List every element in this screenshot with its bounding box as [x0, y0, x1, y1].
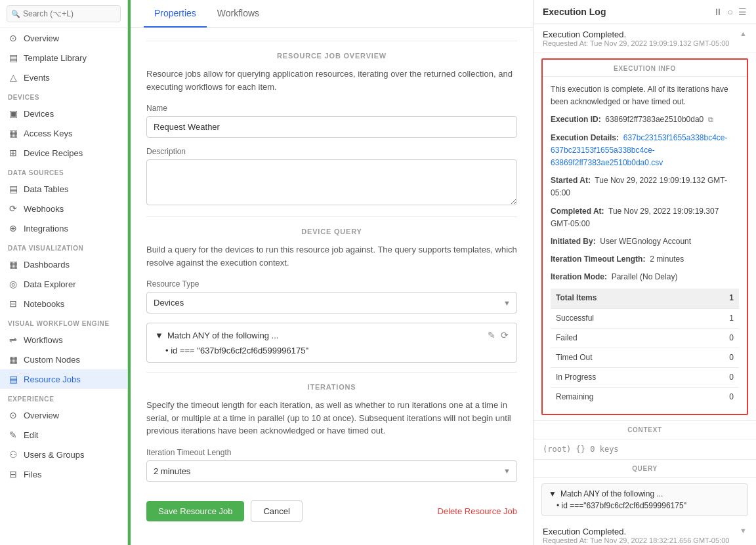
- sidebar-item-data-tables[interactable]: ▤ Data Tables: [0, 179, 127, 199]
- query-filter-title: ▼ Match ANY of the following ...: [549, 489, 741, 498]
- description-field-label: Description: [146, 147, 517, 156]
- custom-nodes-icon: ▦: [8, 354, 18, 365]
- exec-timeout-value: 2 minutes: [650, 254, 684, 264]
- stats-timedout-label: Timed Out: [551, 348, 697, 368]
- log-entry-1-meta: Requested At: Tue Nov 29, 2022 18:32:21.…: [543, 536, 729, 544]
- log-entry-1-header: Execution Completed. Requested At: Tue N…: [543, 527, 747, 544]
- sidebar-item-device-recipes[interactable]: ⊞ Device Recipes: [0, 143, 127, 163]
- name-input[interactable]: [146, 116, 517, 138]
- sidebar-item-dashboards[interactable]: ▦ Dashboards: [0, 254, 127, 274]
- name-field-label: Name: [146, 104, 517, 113]
- sidebar-item-webhooks[interactable]: ⟳ Webhooks: [0, 199, 127, 218]
- resource-type-select-wrap: Devices ▼: [146, 292, 517, 313]
- log-entry-0[interactable]: Execution Completed. Requested At: Tue N…: [534, 24, 756, 53]
- sidebar-item-files[interactable]: ⊟ Files: [0, 464, 127, 484]
- stats-remaining-label: Remaining: [551, 388, 697, 407]
- dashboards-icon: ▦: [8, 259, 18, 270]
- exec-completed-label: Completed At:: [551, 207, 604, 216]
- stats-successful-row: Successful 1: [551, 308, 739, 328]
- exec-info-content: This execution is complete. All of its i…: [543, 77, 747, 414]
- stats-inprogress-label: In Progress: [551, 368, 697, 388]
- query-filter-rule: id ==="637bf9c6cf2cf6d599996175": [549, 501, 741, 510]
- sidebar-item-data-explorer[interactable]: ◎ Data Explorer: [0, 274, 127, 294]
- delete-resource-job-button[interactable]: Delete Resource Job: [438, 506, 517, 516]
- sidebar-item-label: Dashboards: [24, 260, 70, 270]
- exec-details-label: Execution Details:: [551, 133, 619, 142]
- sidebar-item-access-keys[interactable]: ▦ Access Keys: [0, 123, 127, 143]
- device-recipes-icon: ⊞: [8, 148, 18, 158]
- stats-inprogress-value: 0: [697, 368, 739, 388]
- exec-id-label: Execution ID:: [551, 115, 601, 124]
- save-resource-job-button[interactable]: Save Resource Job: [146, 501, 244, 521]
- stats-failed-value: 0: [697, 328, 739, 348]
- exec-mode-row: Iteration Mode: Parallel (No Delay): [551, 271, 739, 283]
- sidebar-item-notebooks[interactable]: ⊟ Notebooks: [0, 294, 127, 313]
- log-entry-0-chevron: ▲: [740, 30, 747, 37]
- files-icon: ⊟: [8, 469, 18, 479]
- sidebar-item-template-library[interactable]: ▤ Template Library: [0, 48, 127, 68]
- sidebar-item-label: Integrations: [24, 224, 68, 233]
- pause-icon[interactable]: ⏸: [713, 7, 723, 17]
- stats-inprogress-row: In Progress 0: [551, 368, 739, 388]
- sidebar-item-exp-overview[interactable]: ⊙ Overview: [0, 405, 127, 425]
- iteration-timeout-select[interactable]: 2 minutes: [146, 460, 517, 482]
- template-library-icon: ▤: [8, 52, 18, 63]
- refresh-filter-icon[interactable]: ⟳: [501, 330, 509, 340]
- sidebar-item-devices[interactable]: ▣ Devices: [0, 104, 127, 123]
- exec-log-header: Execution Log ⏸ ○ ☰: [534, 0, 756, 24]
- stats-remaining-value: 0: [697, 388, 739, 407]
- sidebar-item-exp-edit[interactable]: ✎ Edit: [0, 425, 127, 445]
- sidebar-item-events[interactable]: △ Events: [0, 68, 127, 87]
- device-query-header: DEVICE QUERY: [146, 216, 517, 235]
- filter-title: ▼ Match ANY of the following ...: [155, 331, 278, 340]
- log-entry-0-meta: Requested At: Tue Nov 29, 2022 19:09:19.…: [543, 39, 729, 47]
- search-input[interactable]: [7, 5, 121, 22]
- exec-log-controls: ⏸ ○ ☰: [713, 7, 747, 17]
- sidebar-item-label: Access Keys: [24, 129, 72, 138]
- execution-log-panel: Execution Log ⏸ ○ ☰ Execution Completed.…: [533, 0, 756, 545]
- cancel-button[interactable]: Cancel: [251, 500, 302, 522]
- sidebar-item-label: Data Explorer: [24, 279, 75, 289]
- list-icon[interactable]: ☰: [738, 7, 747, 17]
- iteration-timeout-label: Iteration Timeout Length: [146, 448, 517, 457]
- sidebar-item-workflows[interactable]: ⇌ Workflows: [0, 330, 127, 350]
- exp-overview-icon: ⊙: [8, 410, 18, 420]
- workflows-icon: ⇌: [8, 334, 18, 345]
- devices-section-label: Devices: [0, 87, 127, 104]
- circle-icon[interactable]: ○: [728, 7, 733, 17]
- bottom-actions: Save Resource Job Cancel Delete Resource…: [146, 491, 517, 522]
- tabs-bar: Properties Workflows: [131, 0, 533, 28]
- events-icon: △: [8, 72, 18, 83]
- sidebar-item-resource-jobs[interactable]: ▤ Resource Jobs: [0, 369, 127, 389]
- users-groups-icon: ⚇: [8, 449, 18, 460]
- stats-successful-label: Successful: [551, 308, 697, 328]
- query-filter-box: ▼ Match ANY of the following ... id ==="…: [541, 483, 748, 516]
- log-entry-1[interactable]: Execution Completed. Requested At: Tue N…: [534, 521, 756, 545]
- filter-rule: id === "637bf9c6cf2cf6d599996175": [155, 346, 509, 355]
- tab-properties[interactable]: Properties: [144, 0, 207, 28]
- exec-mode-value: Parallel (No Delay): [612, 272, 678, 281]
- log-entry-1-chevron: ▼: [740, 527, 747, 535]
- log-entry-0-title: Execution Completed.: [543, 30, 729, 39]
- experience-section-label: Experience: [0, 389, 127, 405]
- sidebar-item-overview[interactable]: ⊙ Overview: [0, 28, 127, 48]
- query-filter-title-text: Match ANY of the following ...: [560, 489, 663, 498]
- copy-icon[interactable]: ⧉: [708, 115, 713, 123]
- filter-box: ▼ Match ANY of the following ... ✎ ⟳ id …: [146, 323, 517, 363]
- sidebar-item-label: Overview: [24, 411, 59, 420]
- iteration-timeout-select-wrap: 2 minutes ▼: [146, 460, 517, 482]
- sidebar-item-label: Template Library: [24, 53, 87, 63]
- main-content-area: RESOURCE JOB OVERVIEW Resource jobs allo…: [131, 28, 533, 545]
- sidebar-item-users-groups[interactable]: ⚇ Users & Groups: [0, 445, 127, 464]
- sidebar-item-custom-nodes[interactable]: ▦ Custom Nodes: [0, 350, 127, 369]
- sidebar-item-integrations[interactable]: ⊕ Integrations: [0, 218, 127, 238]
- description-textarea[interactable]: [146, 159, 517, 205]
- resource-type-select[interactable]: Devices: [146, 292, 517, 313]
- exec-log-body: Execution Completed. Requested At: Tue N…: [534, 24, 756, 545]
- log-entry-1-title: Execution Completed.: [543, 527, 729, 536]
- sidebar: 🔍 ⊙ Overview ▤ Template Library △ Events…: [0, 0, 128, 545]
- context-label: CONTEXT: [534, 420, 756, 439]
- edit-filter-icon[interactable]: ✎: [488, 330, 495, 340]
- sidebar-item-label: Devices: [24, 109, 54, 119]
- tab-workflows[interactable]: Workflows: [207, 0, 270, 28]
